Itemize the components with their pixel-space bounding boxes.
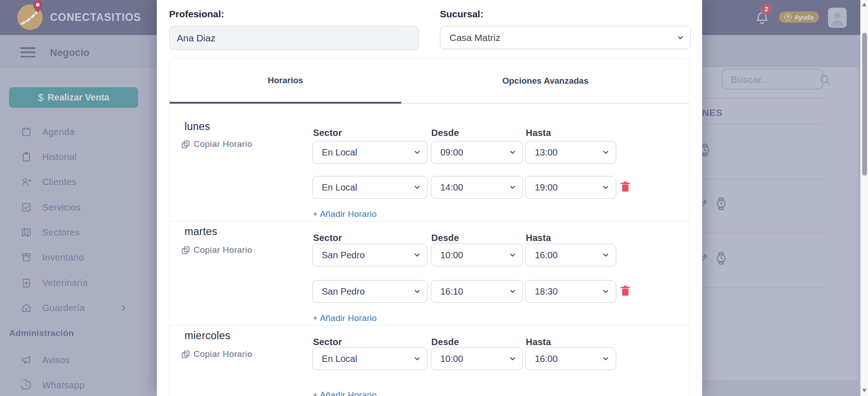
copy-icon [181,350,190,359]
divider [702,179,823,179]
background-search-input: Buscar... [722,69,823,90]
person-icon [828,8,847,28]
calendar-icon [20,126,32,138]
sector-select[interactable]: San Pedro [312,244,428,266]
tab-horarios[interactable]: Horarios [170,59,401,104]
to-time-select[interactable]: 19:00 [525,176,616,199]
search-icon [819,74,832,86]
sector-select[interactable]: En Local [312,141,428,164]
chevron-down-icon [509,183,517,191]
chevron-down-icon [413,251,421,259]
map-pin-icon [32,0,44,14]
whatsapp-icon [20,379,32,391]
business-menu-label: Negocio [50,47,90,59]
sidebar-item-avisos[interactable]: Avisos [0,350,157,370]
from-time-select[interactable]: 10:00 [431,347,523,370]
add-schedule-link[interactable]: + Añadir Horario [313,313,377,323]
column-header-sector: Sector [313,128,342,138]
chevron-down-icon [509,251,517,259]
to-time-select[interactable]: 18:30 [525,280,616,303]
watch-icon [714,251,728,266]
sidebar-item-inventario[interactable]: Inventario [0,247,157,267]
chevron-down-icon [413,287,421,296]
box-icon [20,251,32,263]
section-label-administracion: Administración [9,328,74,338]
professional-input[interactable] [169,26,419,50]
sidebar-item-clientes[interactable]: Clientes [0,172,157,192]
sidebar-item-historial[interactable]: Historial [0,147,157,167]
chevron-down-icon [602,183,610,191]
column-header-hasta: Hasta [526,337,551,347]
chevron-down-icon [509,287,517,296]
from-time-select[interactable]: 14:00 [431,176,523,199]
chevron-down-icon [602,251,610,259]
brand-name: CONECTASITIOS [50,11,141,24]
chevron-down-icon [676,34,684,42]
user-avatar[interactable] [828,8,847,28]
divider [702,233,823,233]
scrollbar-thumb[interactable] [862,33,867,175]
sidebar-item-servicios[interactable]: Servicios [0,197,157,217]
to-time-select[interactable]: 16:00 [525,244,616,266]
check-square-icon [20,201,32,213]
sidebar-item-whatsapp[interactable]: Whatsapp [0,375,157,395]
scroll-up-arrow[interactable] [862,3,867,6]
clipboard-icon [20,151,32,163]
column-header-desde: Desde [431,337,459,347]
divider [702,124,823,125]
sidebar-item-guarderia[interactable]: Guardería [0,298,157,318]
help-button[interactable]: ? Ayuda [779,11,819,23]
tab-opciones-avanzadas[interactable]: Opciones Avanzadas [401,59,689,104]
sell-button-label: Realizar Venta [48,92,110,103]
pet-house-icon [20,302,32,314]
day-name: martes [185,226,217,238]
chevron-down-icon [602,287,610,296]
column-header-desde: Desde [431,128,459,138]
sector-select[interactable]: San Pedro [312,280,428,303]
divider [702,98,823,98]
column-header-sector: Sector [313,233,342,243]
day-name: lunes [185,120,210,133]
trash-icon [619,180,632,194]
chevron-right-icon [119,303,128,312]
background-table-header: NES [702,107,723,118]
from-time-select[interactable]: 16:10 [431,280,523,303]
medical-record-icon [20,277,32,289]
delete-schedule-button[interactable] [619,180,632,194]
add-schedule-link[interactable]: + Añadir Horario [313,390,377,396]
trash-icon [619,284,632,298]
sector-select[interactable]: En Local [312,176,428,199]
dollar-icon: $ [38,92,44,104]
to-time-select[interactable]: 16:00 [525,347,616,370]
scroll-down-arrow[interactable] [862,389,867,392]
schedule-dialog: Profesional: Sucursal: Casa Matriz Horar… [157,0,702,396]
watch-icon [714,196,728,211]
copy-schedule-button[interactable]: Copiar Horario [181,349,252,359]
divider [702,287,823,288]
chevron-down-icon [413,183,421,191]
branch-select[interactable]: Casa Matriz [440,26,691,49]
chevron-down-icon [413,148,421,156]
copy-schedule-button[interactable]: Copiar Horario [181,139,252,149]
chevron-down-icon [602,355,610,363]
sidebar-item-sectores[interactable]: Sectores [0,222,157,242]
delete-schedule-button[interactable] [619,284,632,298]
tab-bar: Horarios Opciones Avanzadas [170,59,689,104]
sell-button[interactable]: $ Realizar Venta [9,87,138,108]
sidebar-item-agenda[interactable]: Agenda [0,122,157,142]
day-section-lunes: lunes Copiar Horario Sector Desde Hasta … [169,116,690,221]
background-card [702,67,858,380]
to-time-select[interactable]: 13:00 [525,141,616,164]
from-time-select[interactable]: 10:00 [431,244,523,266]
sector-select[interactable]: En Local [312,347,428,370]
column-header-desde: Desde [431,233,459,243]
from-time-select[interactable]: 09:00 [431,141,523,164]
hamburger-menu-icon[interactable] [20,47,35,57]
day-name: miercoles [185,330,230,342]
chevron-down-icon [602,148,610,156]
day-section-martes: martes Copiar Horario Sector Desde Hasta… [169,221,690,325]
scrollbar[interactable] [860,0,868,396]
copy-schedule-button[interactable]: Copiar Horario [181,245,252,255]
add-schedule-link[interactable]: + Añadir Horario [313,209,377,219]
sidebar-item-veterinaria[interactable]: Veterinaria [0,273,157,293]
